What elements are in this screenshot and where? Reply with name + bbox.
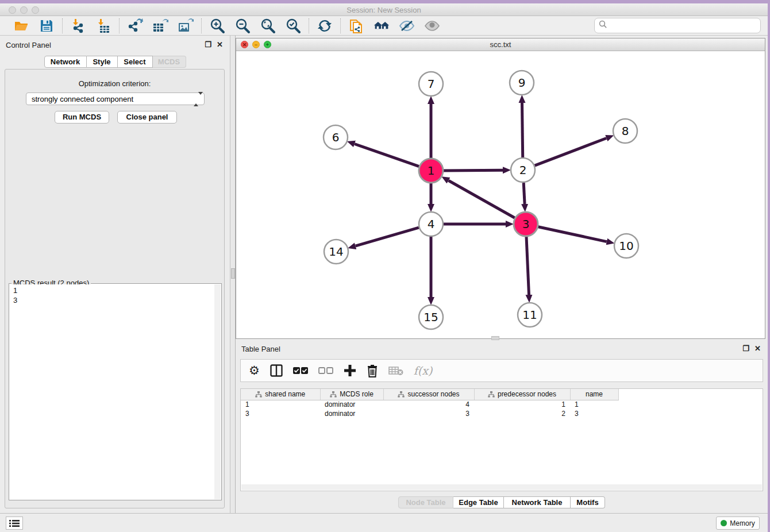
task-history-button[interactable] bbox=[6, 516, 23, 530]
table-panel-title: Table Panel bbox=[241, 345, 280, 353]
tab-network[interactable]: Network bbox=[44, 56, 87, 68]
graph-node-label: 4 bbox=[428, 217, 435, 231]
column-header-shared-name[interactable]: shared name bbox=[241, 389, 320, 400]
float-panel-icon[interactable]: ❐ bbox=[742, 345, 749, 353]
tab-style[interactable]: Style bbox=[87, 56, 118, 68]
table-cell[interactable]: dominator bbox=[320, 409, 383, 418]
hide-eye-icon[interactable] bbox=[399, 18, 415, 34]
hierarchy-icon bbox=[398, 391, 405, 398]
window-titlebar: Session: New Session bbox=[0, 3, 768, 16]
close-panel-button[interactable]: Close panel bbox=[117, 111, 177, 124]
column-header-name[interactable]: name bbox=[570, 389, 618, 400]
attribute-table: shared name MCDS role successor nodes pr… bbox=[241, 389, 619, 418]
graph-node-label: 15 bbox=[424, 310, 438, 324]
close-panel-icon[interactable]: ✕ bbox=[217, 41, 223, 49]
zoom-selected-icon[interactable] bbox=[285, 18, 301, 34]
table-cell[interactable]: 2 bbox=[474, 409, 570, 418]
window-title: Session: New Session bbox=[0, 6, 768, 14]
network-file-icon[interactable] bbox=[348, 18, 364, 34]
mcds-result-line: 1 bbox=[13, 286, 214, 295]
run-mcds-button[interactable]: Run MCDS bbox=[55, 111, 109, 124]
graph-node-label: 7 bbox=[428, 77, 435, 91]
memory-label: Memory bbox=[730, 519, 754, 527]
export-image-icon[interactable] bbox=[178, 18, 194, 34]
criterion-value: strongly connected component bbox=[32, 95, 133, 103]
zoom-in-icon[interactable] bbox=[209, 18, 225, 34]
trash-icon[interactable] bbox=[367, 363, 378, 378]
save-icon[interactable] bbox=[38, 18, 55, 34]
import-table-icon[interactable] bbox=[95, 18, 111, 34]
horizontal-splitter-grip[interactable] bbox=[491, 336, 499, 340]
column-header-mcds-role[interactable]: MCDS role bbox=[320, 389, 383, 400]
tab-node-table[interactable]: Node Table bbox=[398, 496, 453, 508]
graph-edge[interactable] bbox=[538, 227, 607, 242]
table-panel: Table Panel ❐ ✕ ⚙ f(x) bbox=[236, 343, 768, 513]
tab-network-table[interactable]: Network Table bbox=[504, 496, 571, 508]
memory-button[interactable]: Memory bbox=[716, 516, 760, 530]
float-panel-icon[interactable]: ❐ bbox=[205, 41, 211, 49]
function-icon[interactable]: f(x) bbox=[414, 363, 433, 378]
select-all-icon[interactable] bbox=[293, 363, 308, 378]
search-field[interactable] bbox=[594, 18, 761, 33]
tab-edge-table[interactable]: Edge Table bbox=[453, 496, 504, 508]
splitter-grip[interactable] bbox=[231, 268, 235, 279]
table-header-row: shared name MCDS role successor nodes pr… bbox=[241, 389, 618, 400]
graph-node-label: 8 bbox=[622, 124, 629, 138]
export-network-icon[interactable] bbox=[127, 18, 143, 34]
list-icon bbox=[9, 519, 20, 527]
table-cell[interactable]: 3 bbox=[570, 409, 618, 418]
tab-select[interactable]: Select bbox=[118, 56, 153, 68]
column-header-successor-nodes[interactable]: successor nodes bbox=[383, 389, 474, 400]
mcds-result-text[interactable]: 1 3 bbox=[10, 284, 214, 499]
scrollbar-track[interactable] bbox=[214, 284, 221, 499]
graph-edge[interactable] bbox=[355, 144, 419, 167]
zoom-out-icon[interactable] bbox=[234, 18, 251, 34]
network-window-titlebar[interactable]: ✕ − + scc.txt bbox=[236, 38, 765, 51]
table-cell[interactable]: 1 bbox=[570, 400, 618, 409]
graph-edge[interactable] bbox=[526, 237, 529, 295]
home-icon[interactable] bbox=[374, 18, 390, 34]
search-icon bbox=[599, 20, 607, 31]
graph-node-label: 10 bbox=[619, 239, 633, 253]
export-table-icon[interactable] bbox=[152, 18, 168, 34]
graph-edge[interactable] bbox=[444, 170, 503, 171]
search-input[interactable] bbox=[607, 21, 760, 30]
graph-edge[interactable] bbox=[449, 180, 515, 218]
zoom-fit-icon[interactable] bbox=[260, 18, 276, 34]
add-icon[interactable] bbox=[344, 363, 356, 378]
scrollbar-track[interactable] bbox=[241, 484, 762, 490]
table-tabs: Node Table Edge Table Network Table Moti… bbox=[236, 496, 768, 508]
graph-node-label: 2 bbox=[519, 163, 527, 177]
table-panel-header: Table Panel ❐ ✕ bbox=[236, 344, 768, 354]
vertical-splitter[interactable] bbox=[230, 36, 236, 513]
table-cell[interactable]: 3 bbox=[241, 409, 320, 418]
table-cell[interactable]: 1 bbox=[474, 400, 570, 409]
table-cell[interactable]: dominator bbox=[320, 400, 383, 409]
import-network-icon[interactable] bbox=[70, 18, 86, 34]
criterion-select[interactable]: strongly connected component bbox=[26, 92, 205, 105]
table-cell[interactable]: 4 bbox=[383, 400, 474, 409]
hierarchy-icon bbox=[330, 391, 337, 398]
refresh-icon[interactable] bbox=[317, 18, 333, 34]
tab-mcds[interactable]: MCDS bbox=[153, 56, 186, 68]
graph-edge[interactable] bbox=[523, 183, 525, 204]
show-eye-icon[interactable] bbox=[424, 18, 440, 34]
table-body: 1dominator4113dominator323 bbox=[241, 400, 618, 418]
column-header-predecessor-nodes[interactable]: predecessor nodes bbox=[474, 389, 570, 400]
graph-edge[interactable] bbox=[535, 138, 607, 166]
delete-table-icon[interactable] bbox=[388, 363, 403, 378]
table-row[interactable]: 3dominator323 bbox=[241, 409, 618, 418]
gear-icon[interactable]: ⚙ bbox=[249, 363, 260, 378]
deselect-all-icon[interactable] bbox=[318, 363, 333, 378]
open-icon[interactable] bbox=[13, 18, 29, 34]
select-stepper-icon bbox=[194, 95, 201, 104]
table-row[interactable]: 1dominator411 bbox=[241, 400, 618, 409]
table-cell[interactable]: 3 bbox=[383, 409, 474, 418]
close-panel-icon[interactable]: ✕ bbox=[754, 345, 761, 353]
graph-edge[interactable] bbox=[356, 228, 419, 246]
graph-edge[interactable] bbox=[522, 103, 523, 157]
table-cell[interactable]: 1 bbox=[241, 400, 320, 409]
graph-svg[interactable]: 7968124314101511 bbox=[236, 51, 765, 338]
tab-motifs[interactable]: Motifs bbox=[571, 496, 605, 508]
split-columns-icon[interactable] bbox=[270, 363, 283, 378]
